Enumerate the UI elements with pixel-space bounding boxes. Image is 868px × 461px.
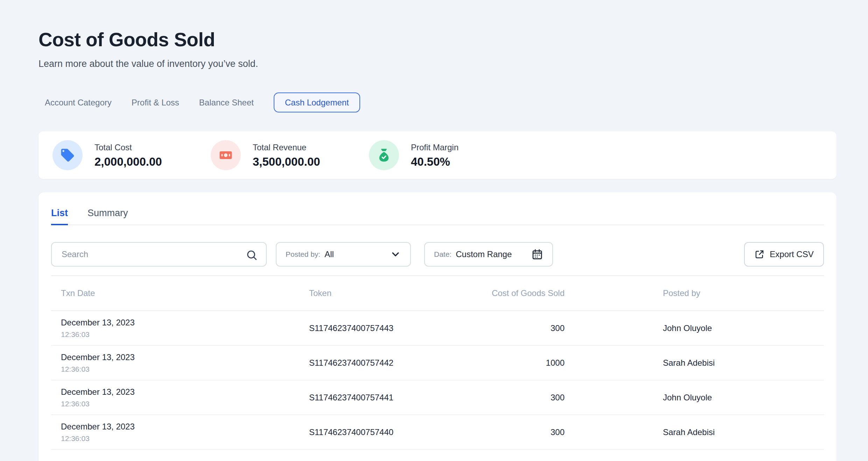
cell-posted-by: John Oluyole xyxy=(565,324,824,332)
export-csv-label: Export CSV xyxy=(770,249,813,259)
tab-account-category[interactable]: Account Category xyxy=(45,98,112,107)
view-tabs: List Summary xyxy=(51,192,824,225)
chevron-down-icon xyxy=(390,249,401,260)
txn-date: December 13, 2023 xyxy=(61,318,309,327)
col-header-posted-by: Posted by xyxy=(565,289,824,297)
page-title: Cost of Goods Sold xyxy=(38,30,836,49)
cell-cost: 1000 xyxy=(487,359,565,367)
stat-total-cost: Total Cost 2,000,000.00 xyxy=(52,140,211,170)
col-header-token: Token xyxy=(309,289,487,297)
col-header-txn-date: Txn Date xyxy=(61,289,309,297)
cash-icon xyxy=(211,140,241,170)
posted-by-label: Posted by: xyxy=(286,250,320,259)
txn-time: 12:36:03 xyxy=(61,435,309,442)
cell-txn-date: December 13, 2023 12:36:03 xyxy=(61,353,309,373)
cell-token: S11746237400757441 xyxy=(309,393,487,402)
export-csv-button[interactable]: Export CSV xyxy=(744,242,824,267)
table-header-row: Txn Date Token Cost of Goods Sold Posted… xyxy=(51,276,824,311)
cell-posted-by: Sarah Adebisi xyxy=(565,428,824,436)
stat-value: 3,500,000.00 xyxy=(253,156,320,167)
export-icon xyxy=(754,249,765,260)
txn-time: 12:36:03 xyxy=(61,331,309,338)
page-subtitle: Learn more about the value of inventory … xyxy=(38,59,836,69)
stat-text: Total Cost 2,000,000.00 xyxy=(94,143,162,167)
date-value: Custom Range xyxy=(456,249,512,259)
stat-label: Total Revenue xyxy=(253,143,320,152)
filter-bar: Posted by: All Date: Custom Range xyxy=(51,242,824,267)
tab-cash-lodgement[interactable]: Cash Lodgement xyxy=(274,92,360,112)
report-tabs: Account Category Profit & Loss Balance S… xyxy=(38,92,836,112)
stat-total-revenue: Total Revenue 3,500,000.00 xyxy=(211,140,369,170)
page-content: Cost of Goods Sold Learn more about the … xyxy=(38,0,836,461)
page-header: Cost of Goods Sold Learn more about the … xyxy=(38,0,836,69)
stat-text: Total Revenue 3,500,000.00 xyxy=(253,143,320,167)
stat-value: 2,000,000.00 xyxy=(94,156,162,167)
calendar-icon xyxy=(531,248,543,260)
search-box xyxy=(51,242,267,267)
stat-value: 40.50% xyxy=(411,156,458,167)
cell-txn-date: December 13, 2023 12:36:03 xyxy=(61,318,309,338)
table-row[interactable]: December 13, 2023 12:36:03 S117462374007… xyxy=(51,311,824,346)
cell-token: S11746237400757440 xyxy=(309,428,487,436)
cell-cost: 300 xyxy=(487,324,565,332)
txn-date: December 13, 2023 xyxy=(61,422,309,431)
cell-token: S11746237400757442 xyxy=(309,359,487,367)
date-range-select[interactable]: Date: Custom Range xyxy=(424,242,553,267)
tab-balance-sheet[interactable]: Balance Sheet xyxy=(199,98,254,107)
cell-cost: 300 xyxy=(487,428,565,436)
cell-txn-date: December 13, 2023 12:36:03 xyxy=(61,388,309,407)
cell-posted-by: Sarah Adebisi xyxy=(565,359,824,367)
stat-text: Profit Margin 40.50% xyxy=(411,143,458,167)
posted-by-value: All xyxy=(324,249,334,259)
table-row[interactable]: December 13, 2023 xyxy=(51,450,824,461)
main-card: List Summary Posted by: All Date: xyxy=(38,192,836,461)
tab-list[interactable]: List xyxy=(51,208,68,225)
col-header-cost: Cost of Goods Sold xyxy=(487,289,565,297)
posted-by-select[interactable]: Posted by: All xyxy=(276,242,411,267)
tag-icon xyxy=(52,140,83,170)
cell-token: S11746237400757443 xyxy=(309,324,487,332)
date-label: Date: xyxy=(434,250,451,259)
txn-time: 12:36:03 xyxy=(61,365,309,373)
stat-label: Profit Margin xyxy=(411,143,458,152)
search-input[interactable] xyxy=(52,243,266,266)
table-row[interactable]: December 13, 2023 12:36:03 S117462374007… xyxy=(51,380,824,415)
cell-cost: 300 xyxy=(487,393,565,402)
search-icon xyxy=(246,249,258,261)
stat-profit-margin: Profit Margin 40.50% xyxy=(369,140,527,170)
txn-date: December 13, 2023 xyxy=(61,353,309,362)
money-bag-icon xyxy=(369,140,399,170)
table-row[interactable]: December 13, 2023 12:36:03 S117462374007… xyxy=(51,346,824,380)
tab-summary[interactable]: Summary xyxy=(88,208,128,225)
table-row[interactable]: December 13, 2023 12:36:03 S117462374007… xyxy=(51,415,824,450)
cell-posted-by: John Oluyole xyxy=(565,393,824,402)
tab-profit-and-loss[interactable]: Profit & Loss xyxy=(132,98,179,107)
txn-date: December 13, 2023 xyxy=(61,388,309,396)
txn-time: 12:36:03 xyxy=(61,400,309,407)
stat-label: Total Cost xyxy=(94,143,162,152)
stats-card: Total Cost 2,000,000.00 Total Revenue 3,… xyxy=(38,131,836,179)
cell-txn-date: December 13, 2023 12:36:03 xyxy=(61,422,309,442)
